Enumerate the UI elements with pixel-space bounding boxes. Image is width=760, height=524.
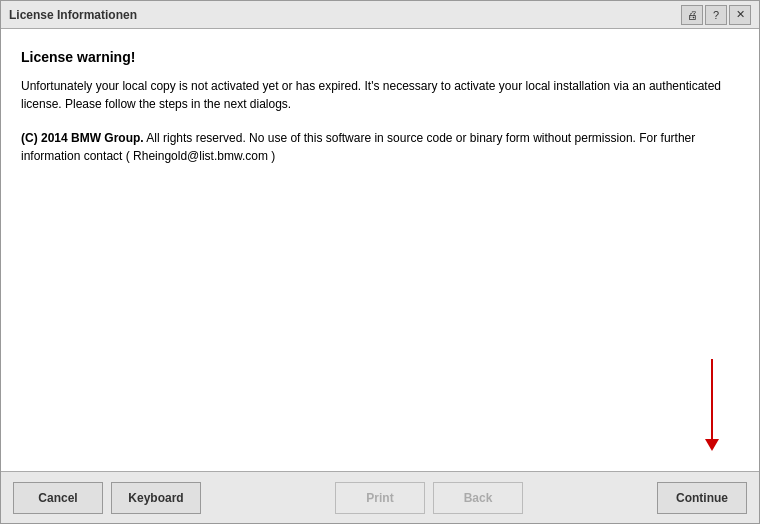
close-icon: ✕: [736, 8, 745, 21]
help-icon: ?: [713, 9, 719, 21]
warning-title: License warning!: [21, 49, 739, 65]
warning-body: Unfortunately your local copy is not act…: [21, 77, 739, 113]
content-area: License warning! Unfortunately your loca…: [1, 29, 759, 471]
title-bar-buttons: 🖨 ? ✕: [681, 5, 751, 25]
copyright-text: (C) 2014 BMW Group. All rights reserved.…: [21, 129, 739, 165]
keyboard-button[interactable]: Keyboard: [111, 482, 201, 514]
footer-left: Cancel Keyboard: [13, 482, 201, 514]
continue-button[interactable]: Continue: [657, 482, 747, 514]
arrow-indicator: [705, 359, 719, 451]
arrow-head: [705, 439, 719, 451]
copyright-bold: (C) 2014 BMW Group.: [21, 131, 144, 145]
print-button[interactable]: 🖨: [681, 5, 703, 25]
help-button[interactable]: ?: [705, 5, 727, 25]
back-button: Back: [433, 482, 523, 514]
window-title: License Informationen: [9, 8, 137, 22]
arrow-line: [711, 359, 713, 439]
footer-center: Print Back: [335, 482, 523, 514]
close-button[interactable]: ✕: [729, 5, 751, 25]
main-window: License Informationen 🖨 ? ✕ License warn…: [0, 0, 760, 524]
footer: Cancel Keyboard Print Back Continue: [1, 471, 759, 523]
print-icon: 🖨: [687, 9, 698, 21]
title-bar: License Informationen 🖨 ? ✕: [1, 1, 759, 29]
footer-right: Continue: [657, 482, 747, 514]
print-footer-button: Print: [335, 482, 425, 514]
cancel-button[interactable]: Cancel: [13, 482, 103, 514]
